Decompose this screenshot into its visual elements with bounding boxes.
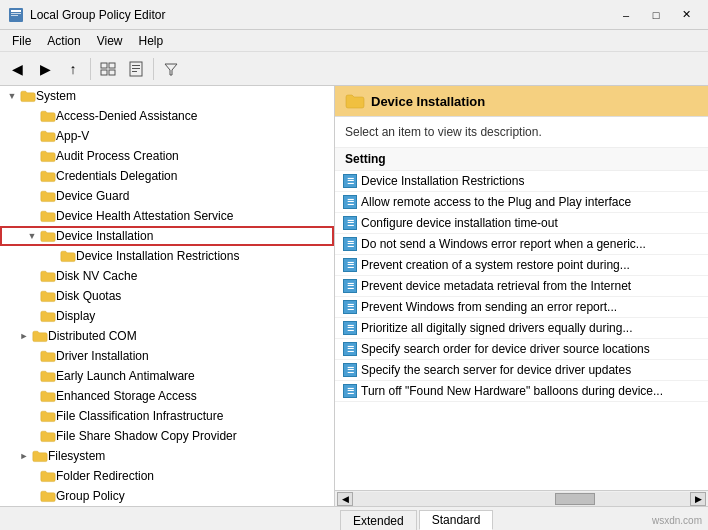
tree-label-credentials: Credentials Delegation xyxy=(56,169,177,183)
setting-icon-1: ☰ xyxy=(343,174,357,188)
horizontal-scrollbar[interactable]: ◀ ▶ xyxy=(335,490,708,506)
svg-rect-2 xyxy=(11,13,21,14)
tree-item-disk-nv[interactable]: Disk NV Cache xyxy=(0,266,334,286)
tree-item-device-guard[interactable]: Device Guard xyxy=(0,186,334,206)
expand-icon-credentials xyxy=(24,168,40,184)
tree-label-appv: App-V xyxy=(56,129,89,143)
setting-icon-4: ☰ xyxy=(343,237,357,251)
folder-icon-access-denied xyxy=(40,109,56,123)
toolbar-separator-1 xyxy=(90,58,91,80)
expand-icon-filesystem: ► xyxy=(16,448,32,464)
menu-help[interactable]: Help xyxy=(131,32,172,50)
expand-icon-device-installation: ▼ xyxy=(24,228,40,244)
list-item[interactable]: ☰ Device Installation Restrictions xyxy=(335,171,708,192)
setting-icon-9: ☰ xyxy=(343,342,357,356)
expand-icon-distributed-com: ► xyxy=(16,328,32,344)
expand-icon-group-policy xyxy=(24,488,40,504)
app-icon xyxy=(8,7,24,23)
forward-button[interactable]: ▶ xyxy=(32,56,58,82)
tree-pane[interactable]: ▼ System Access-Denied Assistance App-V xyxy=(0,86,335,506)
setting-icon-5: ☰ xyxy=(343,258,357,272)
list-item[interactable]: ☰ Specify the search server for device d… xyxy=(335,360,708,381)
tree-label-folder-redirection: Folder Redirection xyxy=(56,469,154,483)
setting-label-1: Device Installation Restrictions xyxy=(361,174,524,188)
tree-label-device-guard: Device Guard xyxy=(56,189,129,203)
scroll-left-button[interactable]: ◀ xyxy=(337,492,353,506)
list-item[interactable]: ☰ Do not send a Windows error report whe… xyxy=(335,234,708,255)
tree-item-file-classification[interactable]: File Classification Infrastructure xyxy=(0,406,334,426)
tree-item-appv[interactable]: App-V xyxy=(0,126,334,146)
tree-item-display[interactable]: Display xyxy=(0,306,334,326)
list-item[interactable]: ☰ Prevent Windows from sending an error … xyxy=(335,297,708,318)
expand-icon-file-classification xyxy=(24,408,40,424)
window-title: Local Group Policy Editor xyxy=(30,8,165,22)
tree-item-device-installation-restrictions[interactable]: Device Installation Restrictions xyxy=(0,246,334,266)
setting-label-5: Prevent creation of a system restore poi… xyxy=(361,258,630,272)
list-item[interactable]: ☰ Prioritize all digitally signed driver… xyxy=(335,318,708,339)
list-item[interactable]: ☰ Allow remote access to the Plug and Pl… xyxy=(335,192,708,213)
tab-standard[interactable]: Standard xyxy=(419,510,494,530)
tree-label-access-denied: Access-Denied Assistance xyxy=(56,109,197,123)
folder-icon-filesystem xyxy=(32,449,48,463)
settings-list[interactable]: ☰ Device Installation Restrictions ☰ All… xyxy=(335,171,708,490)
list-item[interactable]: ☰ Prevent device metadata retrieval from… xyxy=(335,276,708,297)
expand-icon-device-health xyxy=(24,208,40,224)
right-panel-description: Select an item to view its description. xyxy=(335,117,708,148)
tree-item-device-installation[interactable]: ▼ Device Installation xyxy=(0,226,334,246)
toolbar-separator-2 xyxy=(153,58,154,80)
setting-icon-7: ☰ xyxy=(343,300,357,314)
expand-icon-disk-nv xyxy=(24,268,40,284)
setting-label-3: Configure device installation time-out xyxy=(361,216,558,230)
tree-item-driver[interactable]: Driver Installation xyxy=(0,346,334,366)
tree-item-system[interactable]: ▼ System xyxy=(0,86,334,106)
tree-item-enhanced-storage[interactable]: Enhanced Storage Access xyxy=(0,386,334,406)
tree-item-disk-quotas[interactable]: Disk Quotas xyxy=(0,286,334,306)
list-item[interactable]: ☰ Turn off "Found New Hardware" balloons… xyxy=(335,381,708,402)
setting-label-7: Prevent Windows from sending an error re… xyxy=(361,300,617,314)
menu-file[interactable]: File xyxy=(4,32,39,50)
tree-item-device-health[interactable]: Device Health Attestation Service xyxy=(0,206,334,226)
scroll-right-button[interactable]: ▶ xyxy=(690,492,706,506)
scroll-track[interactable] xyxy=(353,492,690,506)
close-button[interactable]: ✕ xyxy=(672,5,700,25)
expand-icon-file-share xyxy=(24,428,40,444)
setting-header-label: Setting xyxy=(345,152,386,166)
menu-action[interactable]: Action xyxy=(39,32,88,50)
svg-rect-7 xyxy=(109,70,115,75)
tree-label-early-launch: Early Launch Antimalware xyxy=(56,369,195,383)
tree-item-group-policy[interactable]: Group Policy xyxy=(0,486,334,506)
menu-view[interactable]: View xyxy=(89,32,131,50)
expand-icon-access-denied xyxy=(24,108,40,124)
list-item[interactable]: ☰ Configure device installation time-out xyxy=(335,213,708,234)
tree-label-device-installation: Device Installation xyxy=(56,229,153,243)
folder-icon-appv xyxy=(40,129,56,143)
list-item[interactable]: ☰ Specify search order for device driver… xyxy=(335,339,708,360)
tab-extended[interactable]: Extended xyxy=(340,510,417,530)
tree-item-folder-redirection[interactable]: Folder Redirection xyxy=(0,466,334,486)
filter-button[interactable] xyxy=(158,56,184,82)
tree-item-audit[interactable]: Audit Process Creation xyxy=(0,146,334,166)
folder-icon-credentials xyxy=(40,169,56,183)
minimize-button[interactable]: – xyxy=(612,5,640,25)
tree-item-distributed-com[interactable]: ► Distributed COM xyxy=(0,326,334,346)
list-item[interactable]: ☰ Prevent creation of a system restore p… xyxy=(335,255,708,276)
properties-button[interactable] xyxy=(123,56,149,82)
back-button[interactable]: ◀ xyxy=(4,56,30,82)
tree-item-access-denied[interactable]: Access-Denied Assistance xyxy=(0,106,334,126)
tree-label-system: System xyxy=(36,89,76,103)
tree-item-file-share[interactable]: File Share Shadow Copy Provider xyxy=(0,426,334,446)
tree-item-credentials[interactable]: Credentials Delegation xyxy=(0,166,334,186)
up-button[interactable]: ↑ xyxy=(60,56,86,82)
tree-item-filesystem[interactable]: ► Filesystem xyxy=(0,446,334,466)
scroll-thumb[interactable] xyxy=(555,493,595,505)
folder-icon-audit xyxy=(40,149,56,163)
show-hide-button[interactable] xyxy=(95,56,121,82)
expand-icon-driver xyxy=(24,348,40,364)
tree-label-enhanced-storage: Enhanced Storage Access xyxy=(56,389,197,403)
svg-rect-4 xyxy=(101,63,107,68)
expand-icon-system: ▼ xyxy=(4,88,20,104)
maximize-button[interactable]: □ xyxy=(642,5,670,25)
tree-item-early-launch[interactable]: Early Launch Antimalware xyxy=(0,366,334,386)
folder-icon-header xyxy=(345,92,365,110)
tree-label-restrictions: Device Installation Restrictions xyxy=(76,249,239,263)
